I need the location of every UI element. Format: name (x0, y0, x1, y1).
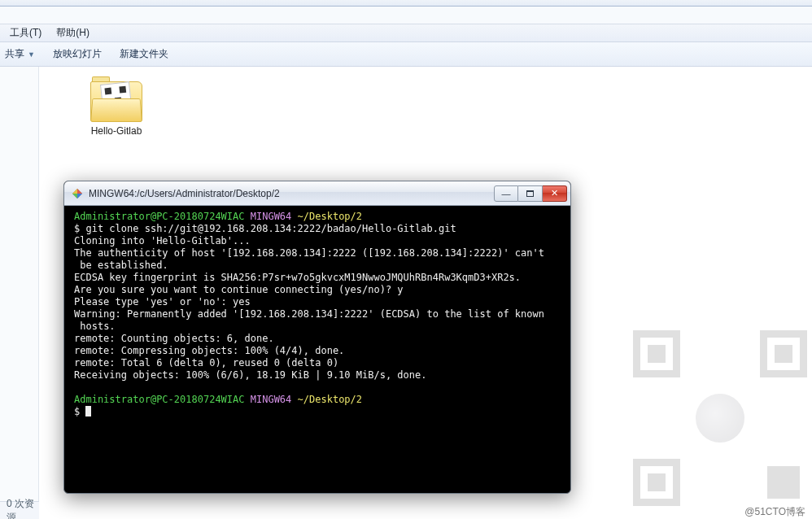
folder-item-hello-gitlab[interactable]: Hello-Gitlab (72, 81, 161, 137)
terminal-out: Receiving objects: 100% (6/6), 18.19 KiB… (74, 369, 426, 381)
prompt-mingw: MINGW64 (251, 211, 292, 222)
terminal-out: be established. (74, 260, 168, 271)
terminal-out: Are you sure you want to continue connec… (74, 284, 404, 295)
chevron-down-icon: ▼ (28, 50, 35, 59)
qr-watermark (633, 330, 807, 504)
toolbar-newfolder-label: 新建文件夹 (120, 47, 168, 61)
toolbar-slideshow[interactable]: 放映幻灯片 (53, 47, 102, 61)
terminal-prompt-dollar: $ (74, 406, 85, 417)
terminal-title-text: MINGW64:/c/Users/Administrator/Desktop/2 (89, 188, 494, 199)
close-button[interactable]: ✕ (543, 185, 567, 202)
terminal-out: hosts. (74, 321, 116, 332)
terminal-out: ECDSA key fingerprint is SHA256:P7sr+w7o… (74, 272, 521, 283)
terminal-out: remote: Counting objects: 6, done. (74, 333, 274, 344)
toolbar-slideshow-label: 放映幻灯片 (53, 47, 102, 61)
minimize-button[interactable]: — (494, 185, 518, 202)
terminal-out: Please type 'yes' or 'no': yes (74, 296, 251, 307)
prompt-userhost: Administrator@PC-20180724WIAC (74, 211, 245, 222)
watermark-credit: @51CTO博客 (744, 505, 805, 519)
prompt-mingw: MINGW64 (251, 394, 292, 405)
folder-label: Hello-Gitlab (72, 125, 161, 137)
menu-bar: 工具(T) 帮助(H) (0, 24, 812, 42)
terminal-window[interactable]: MINGW64:/c/Users/Administrator/Desktop/2… (63, 181, 571, 494)
terminal-out: Cloning into 'Hello-Gitlab'... (74, 235, 251, 246)
terminal-titlebar[interactable]: MINGW64:/c/Users/Administrator/Desktop/2… (64, 181, 570, 206)
nav-sidebar[interactable] (0, 67, 39, 519)
window-buttons: — ✕ (494, 185, 567, 202)
prompt-userhost: Administrator@PC-20180724WIAC (74, 394, 245, 405)
address-bar-strip (0, 7, 812, 24)
window-frame-top (0, 0, 812, 7)
toolbar-share-label: 共享 (5, 47, 24, 61)
terminal-out: The authenticity of host '[192.168.208.1… (74, 247, 544, 259)
toolbar-share[interactable]: 共享 ▼ (5, 47, 35, 61)
toolbar-newfolder[interactable]: 新建文件夹 (120, 47, 168, 61)
terminal-out: remote: Total 6 (delta 0), reused 0 (del… (74, 357, 338, 369)
toolbar: 共享 ▼ 放映幻灯片 新建文件夹 (0, 42, 812, 67)
terminal-command: $ git clone ssh://git@192.168.208.134:22… (74, 223, 456, 234)
status-bar: 0 次资源 (0, 501, 39, 519)
prompt-path: ~/Desktop/2 (298, 394, 362, 405)
status-text: 0 次资源 (7, 497, 39, 520)
maximize-button[interactable] (518, 185, 543, 202)
prompt-path: ~/Desktop/2 (298, 211, 362, 222)
menu-help[interactable]: 帮助(H) (56, 26, 89, 40)
terminal-out: Warning: Permanently added '[192.168.208… (74, 308, 544, 320)
terminal-cursor (85, 406, 91, 417)
terminal-out: remote: Compressing objects: 100% (4/4),… (74, 345, 344, 356)
menu-tools[interactable]: 工具(T) (10, 26, 41, 40)
terminal-app-icon (71, 187, 84, 200)
folder-icon (90, 81, 142, 122)
terminal-body[interactable]: Administrator@PC-20180724WIAC MINGW64 ~/… (66, 206, 569, 491)
